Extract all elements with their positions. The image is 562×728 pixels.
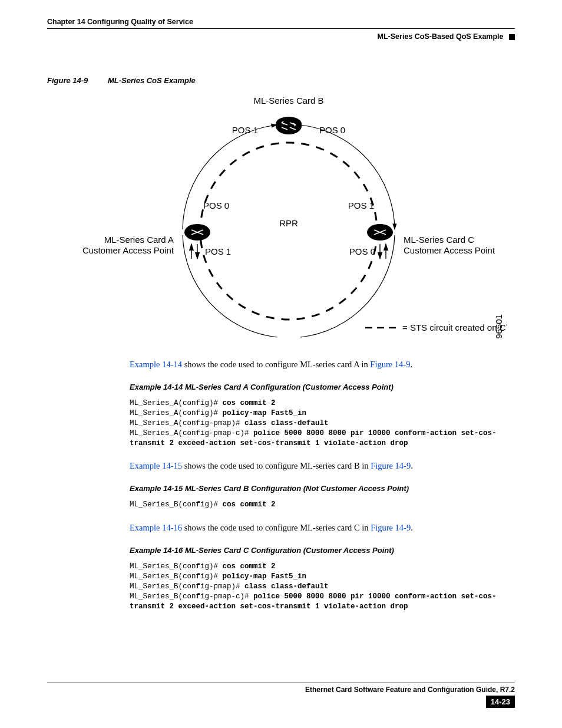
label-card-a2: Customer Access Point bbox=[82, 245, 174, 255]
section-title: ML-Series CoS-Based QoS Example bbox=[378, 32, 504, 41]
router-icon bbox=[184, 224, 210, 241]
text: shows the code used to configure ML-seri… bbox=[182, 461, 371, 470]
section-marker-icon bbox=[509, 34, 515, 40]
link-example-14-16[interactable]: Example 14-16 bbox=[130, 523, 182, 532]
chapter-title: Chapter 14 Configuring Quality of Servic… bbox=[47, 18, 515, 26]
label-pos0-b: POS 0 bbox=[319, 125, 345, 135]
router-icon bbox=[276, 117, 302, 134]
svg-point-0 bbox=[200, 143, 377, 319]
example-14-16-title: Example 14-16 ML-Series Card C Configura… bbox=[130, 546, 509, 555]
link-figure-14-9[interactable]: Figure 14-9 bbox=[371, 523, 411, 532]
label-card-c2: Customer Access Point bbox=[404, 245, 495, 255]
example-14-16-code: ML_Series_B(config)# cos commit 2 ML_Ser… bbox=[130, 562, 509, 611]
example-14-14-code: ML_Series_A(config)# cos commit 2 ML_Ser… bbox=[130, 398, 509, 448]
figure-ref: 96501 bbox=[494, 314, 504, 339]
text: . bbox=[410, 360, 412, 369]
text: shows the code used to configure ML-seri… bbox=[182, 360, 370, 369]
page-header: Chapter 14 Configuring Quality of Servic… bbox=[47, 18, 515, 29]
label-pos1-a: POS 1 bbox=[205, 246, 231, 256]
figure-title: ML-Series CoS Example bbox=[108, 76, 196, 85]
figure-number: Figure 14-9 bbox=[47, 76, 88, 85]
label-pos0-c: POS 0 bbox=[349, 246, 375, 256]
paragraph-2: Example 14-15 shows the code used to con… bbox=[130, 461, 509, 471]
label-card-a1: ML-Series Card A bbox=[104, 235, 174, 245]
figure-diagram: ML-Series Card B POS 1 POS 0 RPR ML-Seri… bbox=[47, 91, 507, 347]
footer-guide-title: Ethernet Card Software Feature and Confi… bbox=[47, 686, 515, 694]
text: . bbox=[411, 523, 413, 532]
text: shows the code used to configure ML-seri… bbox=[182, 523, 371, 532]
label-pos0-a: POS 0 bbox=[203, 200, 229, 210]
section-title-row: ML-Series CoS-Based QoS Example bbox=[47, 32, 515, 41]
text: . bbox=[411, 461, 413, 470]
label-legend: = STS circuit created on CTC bbox=[402, 322, 507, 332]
router-icon bbox=[367, 224, 393, 241]
label-pos1-b: POS 1 bbox=[232, 125, 258, 135]
label-rpr: RPR bbox=[279, 218, 298, 228]
page-number-badge: 14-23 bbox=[486, 696, 515, 708]
label-pos1-c: POS 1 bbox=[348, 200, 374, 210]
svg-point-2 bbox=[276, 117, 302, 131]
label-card-b: ML-Series Card B bbox=[253, 95, 323, 106]
label-card-c1: ML-Series Card C bbox=[404, 235, 474, 245]
page-footer: Ethernet Card Software Feature and Confi… bbox=[47, 683, 515, 708]
example-14-15-code: ML_Series_B(config)# cos commit 2 bbox=[130, 500, 509, 510]
figure-caption: Figure 14-9 ML-Series CoS Example bbox=[47, 76, 515, 85]
paragraph-1: Example 14-14 shows the code used to con… bbox=[130, 360, 509, 370]
link-example-14-14[interactable]: Example 14-14 bbox=[130, 360, 182, 369]
link-example-14-15[interactable]: Example 14-15 bbox=[130, 461, 182, 470]
example-14-14-title: Example 14-14 ML-Series Card A Configura… bbox=[130, 383, 509, 391]
link-figure-14-9[interactable]: Figure 14-9 bbox=[370, 360, 410, 369]
link-figure-14-9[interactable]: Figure 14-9 bbox=[371, 461, 411, 470]
paragraph-3: Example 14-16 shows the code used to con… bbox=[130, 523, 509, 533]
example-14-15-title: Example 14-15 ML-Series Card B Configura… bbox=[130, 484, 509, 493]
